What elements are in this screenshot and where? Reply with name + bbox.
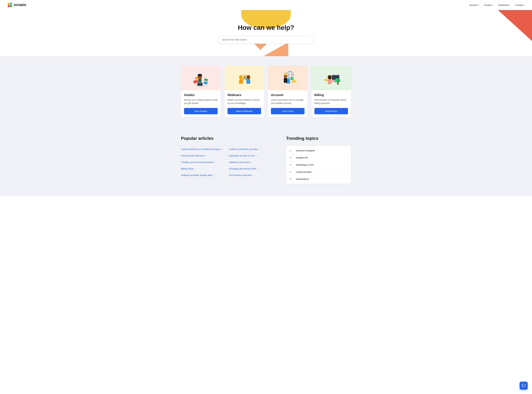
card-body-guides: Guides Browse our in-depth guides to hel… xyxy=(181,90,221,117)
svg-point-35 xyxy=(328,75,332,79)
popular-articles-heading: Popular articles xyxy=(181,136,277,141)
card-title-account: Account xyxy=(271,93,305,97)
svg-rect-2 xyxy=(8,5,10,7)
nav-link-product[interactable]: Product ▾ xyxy=(484,4,493,6)
article-link-linked-record[interactable]: Linked record field overview → xyxy=(229,146,277,152)
article-col-1: Create interfaces in Interface Designer … xyxy=(181,146,229,178)
article-link-password[interactable]: Change your account password → xyxy=(181,159,229,166)
card-title-guides: Guides xyxy=(184,93,218,97)
card-image-billing xyxy=(311,65,351,90)
card-image-webinars xyxy=(224,65,264,90)
guides-illustration xyxy=(190,68,212,88)
hero-section: How can we help? xyxy=(0,10,532,56)
cards-grid: Guides Browse our in-depth guides to hel… xyxy=(181,65,351,117)
svg-rect-13 xyxy=(197,83,202,86)
trending-item-4[interactable]: #4 Using formulas xyxy=(286,168,351,176)
svg-rect-36 xyxy=(328,79,332,84)
svg-rect-42 xyxy=(325,79,326,80)
nav-item-account[interactable]: Account ▾ xyxy=(469,4,479,6)
popular-articles: Popular articles Create interfaces in In… xyxy=(181,136,277,184)
card-title-billing: Billing xyxy=(314,93,348,97)
trending-item-5[interactable]: #5 Automations xyxy=(286,176,351,182)
svg-rect-1 xyxy=(10,3,12,5)
article-link-export-csv[interactable]: Exporting records to CSV → xyxy=(229,152,277,159)
card-guides: Guides Browse our in-depth guides to hel… xyxy=(181,65,221,117)
trending-topics: Trending topics #1 Interface Designer #2… xyxy=(286,136,351,184)
nav-item-enterprise[interactable]: Enterprise ▾ xyxy=(498,4,510,6)
article-link-new-record[interactable]: Adding a new record → xyxy=(229,159,277,166)
nav-link-contact[interactable]: Contact ▾ xyxy=(515,4,525,6)
bottom-section: Popular articles Create interfaces in In… xyxy=(0,127,532,196)
svg-point-14 xyxy=(239,75,243,79)
search-input[interactable] xyxy=(218,36,314,44)
trending-label-2: Airtable API xyxy=(296,156,308,159)
card-body-webinars: Webinars Watch recorded webinars to leve… xyxy=(224,90,264,117)
article-link-permissions[interactable]: Permissions overview → xyxy=(229,172,277,178)
card-title-webinars: Webinars xyxy=(227,93,261,97)
cards-section: Guides Browse our in-depth guides to hel… xyxy=(0,56,532,127)
hero-heading: How can we help? xyxy=(3,24,529,31)
trending-label-1: Interface Designer xyxy=(296,149,315,152)
svg-point-7 xyxy=(198,74,202,76)
chevron-down-icon: ▾ xyxy=(493,4,493,6)
card-billing: Billing Find answers to frequently asked… xyxy=(311,65,351,117)
nav-links: Account ▾ Product ▾ Enterprise ▾ Contact… xyxy=(469,4,525,6)
trending-label-3: Exporting to CSV xyxy=(296,163,314,166)
svg-rect-28 xyxy=(284,78,287,83)
trending-label-5: Automations xyxy=(296,178,309,180)
article-col-2: Linked record field overview → Exporting… xyxy=(229,146,277,178)
trending-label-4: Using formulas xyxy=(296,171,311,173)
svg-point-17 xyxy=(247,75,250,79)
article-link-formula[interactable]: Formula field reference → xyxy=(181,152,229,159)
trending-rank-5: #5 xyxy=(289,178,294,180)
webinars-illustration xyxy=(233,68,255,88)
trending-item-1[interactable]: #1 Interface Designer xyxy=(286,147,351,154)
card-image-account xyxy=(268,65,308,90)
card-body-account: Account Learn more about how to manage y… xyxy=(268,90,308,117)
search-bar xyxy=(218,36,314,44)
airtable-logo-icon xyxy=(7,2,12,7)
svg-rect-9 xyxy=(203,81,207,84)
svg-rect-3 xyxy=(10,5,12,7)
nav-link-account[interactable]: Account ▾ xyxy=(469,4,479,6)
hero-triangle-bottom-decoration xyxy=(263,42,288,56)
trending-rank-4: #4 xyxy=(289,171,294,173)
svg-rect-15 xyxy=(239,79,243,84)
articles-columns: Create interfaces in Interface Designer … xyxy=(181,146,277,178)
card-desc-webinars: Watch recorded webinars to level up your… xyxy=(227,98,261,105)
card-desc-account: Learn more about how to manage your Airt… xyxy=(271,98,305,105)
trending-rank-2: #2 xyxy=(289,156,294,159)
card-account: Account Learn more about how to manage y… xyxy=(268,65,308,117)
logo[interactable]: Airtable xyxy=(7,2,26,7)
trending-card: #1 Interface Designer #2 Airtable API #3… xyxy=(286,146,351,184)
article-link-delete-template[interactable]: Deleting template sample data → xyxy=(181,172,229,178)
trending-heading: Trending topics xyxy=(286,136,351,141)
svg-point-40 xyxy=(335,78,338,81)
nav-item-contact[interactable]: Contact ▾ xyxy=(515,4,525,6)
card-desc-guides: Browse our in-depth guides to help you g… xyxy=(184,98,218,105)
nav-item-product[interactable]: Product ▾ xyxy=(484,4,493,6)
bottom-grid: Popular articles Create interfaces in In… xyxy=(181,136,351,184)
article-link-primary-field[interactable]: Changing the primary field → xyxy=(229,166,277,172)
nav-link-enterprise[interactable]: Enterprise ▾ xyxy=(498,4,510,6)
svg-rect-18 xyxy=(247,79,250,84)
trending-item-3[interactable]: #3 Exporting to CSV xyxy=(286,161,351,168)
learn-more-button[interactable]: Learn More xyxy=(271,108,305,114)
view-guides-button[interactable]: View Guides xyxy=(184,108,218,114)
article-link-interfaces[interactable]: Create interfaces in Interface Designer … xyxy=(181,146,229,152)
svg-point-20 xyxy=(243,75,246,77)
card-desc-billing: Find answers to frequently asked billing… xyxy=(314,98,348,105)
article-link-billing-faqs[interactable]: Billing FAQs → xyxy=(181,166,229,172)
navbar: Airtable Account ▾ Product ▾ Enterprise … xyxy=(0,0,532,10)
card-webinars: Webinars Watch recorded webinars to leve… xyxy=(224,65,264,117)
svg-rect-0 xyxy=(8,3,10,5)
trending-item-2[interactable]: #2 Airtable API xyxy=(286,154,351,161)
chevron-down-icon: ▾ xyxy=(509,4,510,6)
watch-webinars-button[interactable]: Watch Webinars xyxy=(227,108,261,114)
billing-illustration xyxy=(320,68,342,88)
read-faqs-button[interactable]: Read FAQs xyxy=(314,108,348,114)
trending-rank-1: #1 xyxy=(289,149,294,152)
card-body-billing: Billing Find answers to frequently asked… xyxy=(311,90,351,117)
svg-rect-11 xyxy=(204,78,208,82)
card-image-guides xyxy=(181,65,221,90)
